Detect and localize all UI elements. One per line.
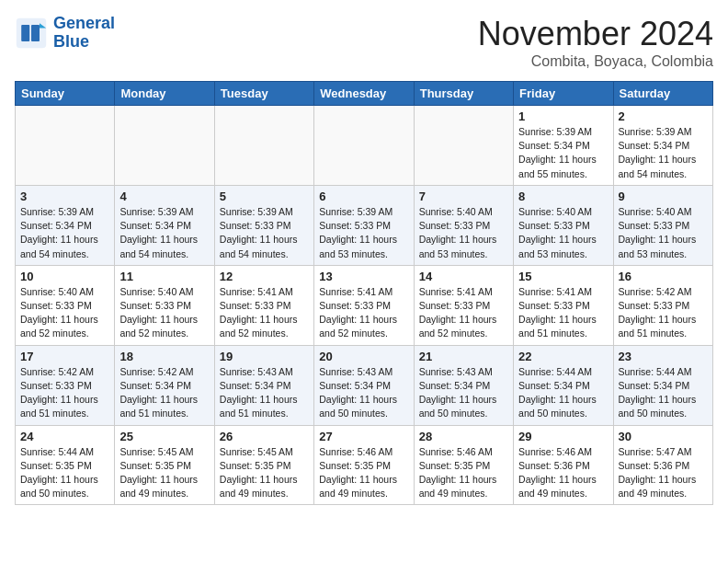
day-info: Sunrise: 5:39 AM Sunset: 5:33 PM Dayligh… [319,205,408,261]
calendar-cell: 2Sunrise: 5:39 AM Sunset: 5:34 PM Daylig… [613,106,712,186]
day-number: 25 [119,430,209,443]
day-info: Sunrise: 5:46 AM Sunset: 5:36 PM Dayligh… [518,445,608,501]
day-info: Sunrise: 5:47 AM Sunset: 5:36 PM Dayligh… [619,445,708,501]
day-number: 26 [220,430,309,443]
calendar-week-row: 3Sunrise: 5:39 AM Sunset: 5:34 PM Daylig… [16,185,713,265]
day-number: 9 [619,190,708,203]
day-number: 17 [20,350,109,363]
month-title: November 2024 [478,15,713,53]
calendar-cell: 27Sunrise: 5:46 AM Sunset: 5:35 PM Dayli… [314,425,414,505]
day-number: 13 [319,270,408,283]
calendar-cell: 21Sunrise: 5:43 AM Sunset: 5:34 PM Dayli… [414,345,513,425]
calendar-cell [16,106,115,186]
calendar-cell: 1Sunrise: 5:39 AM Sunset: 5:34 PM Daylig… [514,106,613,186]
calendar-header-row: SundayMondayTuesdayWednesdayThursdayFrid… [16,82,713,106]
day-info: Sunrise: 5:43 AM Sunset: 5:34 PM Dayligh… [220,365,309,421]
day-header-wednesday: Wednesday [314,82,414,106]
calendar-cell: 10Sunrise: 5:40 AM Sunset: 5:33 PM Dayli… [16,265,115,345]
calendar-week-row: 1Sunrise: 5:39 AM Sunset: 5:34 PM Daylig… [16,106,713,186]
day-number: 7 [419,190,508,203]
day-header-tuesday: Tuesday [214,82,313,106]
calendar-table: SundayMondayTuesdayWednesdayThursdayFrid… [15,81,713,505]
day-info: Sunrise: 5:39 AM Sunset: 5:34 PM Dayligh… [619,125,708,181]
day-header-monday: Monday [115,82,214,106]
day-info: Sunrise: 5:42 AM Sunset: 5:34 PM Dayligh… [119,365,209,421]
svg-rect-1 [21,25,29,41]
calendar-cell: 4Sunrise: 5:39 AM Sunset: 5:34 PM Daylig… [115,185,214,265]
title-block: November 2024 Combita, Boyaca, Colombia [478,15,713,70]
day-info: Sunrise: 5:43 AM Sunset: 5:34 PM Dayligh… [419,365,508,421]
day-number: 29 [518,430,608,443]
day-info: Sunrise: 5:43 AM Sunset: 5:34 PM Dayligh… [319,365,408,421]
calendar-cell [314,106,414,186]
calendar-cell: 11Sunrise: 5:40 AM Sunset: 5:33 PM Dayli… [115,265,214,345]
logo: General Blue [15,15,115,52]
day-number: 30 [619,430,708,443]
calendar-cell: 17Sunrise: 5:42 AM Sunset: 5:33 PM Dayli… [16,345,115,425]
calendar-cell [214,106,313,186]
day-number: 14 [419,270,508,283]
svg-rect-2 [31,25,40,41]
calendar-cell [414,106,513,186]
day-info: Sunrise: 5:44 AM Sunset: 5:34 PM Dayligh… [619,365,708,421]
day-header-friday: Friday [514,82,613,106]
day-info: Sunrise: 5:42 AM Sunset: 5:33 PM Dayligh… [619,285,708,341]
day-info: Sunrise: 5:39 AM Sunset: 5:34 PM Dayligh… [20,205,109,261]
day-header-saturday: Saturday [613,82,712,106]
day-number: 3 [20,190,109,203]
calendar-cell: 16Sunrise: 5:42 AM Sunset: 5:33 PM Dayli… [613,265,712,345]
day-number: 12 [220,270,309,283]
day-info: Sunrise: 5:41 AM Sunset: 5:33 PM Dayligh… [220,285,309,341]
day-number: 27 [319,430,408,443]
day-number: 8 [518,190,608,203]
day-info: Sunrise: 5:45 AM Sunset: 5:35 PM Dayligh… [119,445,209,501]
day-number: 20 [319,350,408,363]
day-info: Sunrise: 5:44 AM Sunset: 5:34 PM Dayligh… [518,365,608,421]
day-info: Sunrise: 5:42 AM Sunset: 5:33 PM Dayligh… [20,365,109,421]
day-info: Sunrise: 5:39 AM Sunset: 5:34 PM Dayligh… [518,125,608,181]
day-info: Sunrise: 5:44 AM Sunset: 5:35 PM Dayligh… [20,445,109,501]
calendar-cell: 24Sunrise: 5:44 AM Sunset: 5:35 PM Dayli… [16,425,115,505]
logo-icon [15,17,48,50]
calendar-cell: 30Sunrise: 5:47 AM Sunset: 5:36 PM Dayli… [613,425,712,505]
calendar-cell: 12Sunrise: 5:41 AM Sunset: 5:33 PM Dayli… [214,265,313,345]
calendar-cell: 26Sunrise: 5:45 AM Sunset: 5:35 PM Dayli… [214,425,313,505]
calendar-cell: 15Sunrise: 5:41 AM Sunset: 5:33 PM Dayli… [514,265,613,345]
calendar-cell: 9Sunrise: 5:40 AM Sunset: 5:33 PM Daylig… [613,185,712,265]
day-info: Sunrise: 5:39 AM Sunset: 5:33 PM Dayligh… [220,205,309,261]
day-number: 15 [518,270,608,283]
location-title: Combita, Boyaca, Colombia [478,53,713,70]
day-info: Sunrise: 5:40 AM Sunset: 5:33 PM Dayligh… [619,205,708,261]
day-info: Sunrise: 5:46 AM Sunset: 5:35 PM Dayligh… [419,445,508,501]
calendar-cell: 8Sunrise: 5:40 AM Sunset: 5:33 PM Daylig… [514,185,613,265]
calendar-cell: 23Sunrise: 5:44 AM Sunset: 5:34 PM Dayli… [613,345,712,425]
day-info: Sunrise: 5:40 AM Sunset: 5:33 PM Dayligh… [419,205,508,261]
day-number: 28 [419,430,508,443]
calendar-cell: 7Sunrise: 5:40 AM Sunset: 5:33 PM Daylig… [414,185,513,265]
day-info: Sunrise: 5:40 AM Sunset: 5:33 PM Dayligh… [518,205,608,261]
day-info: Sunrise: 5:41 AM Sunset: 5:33 PM Dayligh… [319,285,408,341]
day-info: Sunrise: 5:40 AM Sunset: 5:33 PM Dayligh… [20,285,109,341]
calendar-cell: 6Sunrise: 5:39 AM Sunset: 5:33 PM Daylig… [314,185,414,265]
day-header-thursday: Thursday [414,82,513,106]
calendar-cell: 25Sunrise: 5:45 AM Sunset: 5:35 PM Dayli… [115,425,214,505]
day-number: 21 [419,350,508,363]
day-header-sunday: Sunday [16,82,115,106]
calendar-cell: 19Sunrise: 5:43 AM Sunset: 5:34 PM Dayli… [214,345,313,425]
calendar-cell [115,106,214,186]
day-number: 2 [619,109,708,123]
day-number: 24 [20,430,109,443]
calendar-cell: 5Sunrise: 5:39 AM Sunset: 5:33 PM Daylig… [214,185,313,265]
calendar-cell: 29Sunrise: 5:46 AM Sunset: 5:36 PM Dayli… [514,425,613,505]
day-number: 1 [518,109,608,123]
calendar-cell: 18Sunrise: 5:42 AM Sunset: 5:34 PM Dayli… [115,345,214,425]
day-info: Sunrise: 5:40 AM Sunset: 5:33 PM Dayligh… [119,285,209,341]
calendar-cell: 20Sunrise: 5:43 AM Sunset: 5:34 PM Dayli… [314,345,414,425]
day-info: Sunrise: 5:46 AM Sunset: 5:35 PM Dayligh… [319,445,408,501]
page-header: General Blue November 2024 Combita, Boya… [15,15,713,70]
day-number: 11 [119,270,209,283]
day-number: 19 [220,350,309,363]
day-number: 18 [119,350,209,363]
day-info: Sunrise: 5:45 AM Sunset: 5:35 PM Dayligh… [220,445,309,501]
day-number: 22 [518,350,608,363]
